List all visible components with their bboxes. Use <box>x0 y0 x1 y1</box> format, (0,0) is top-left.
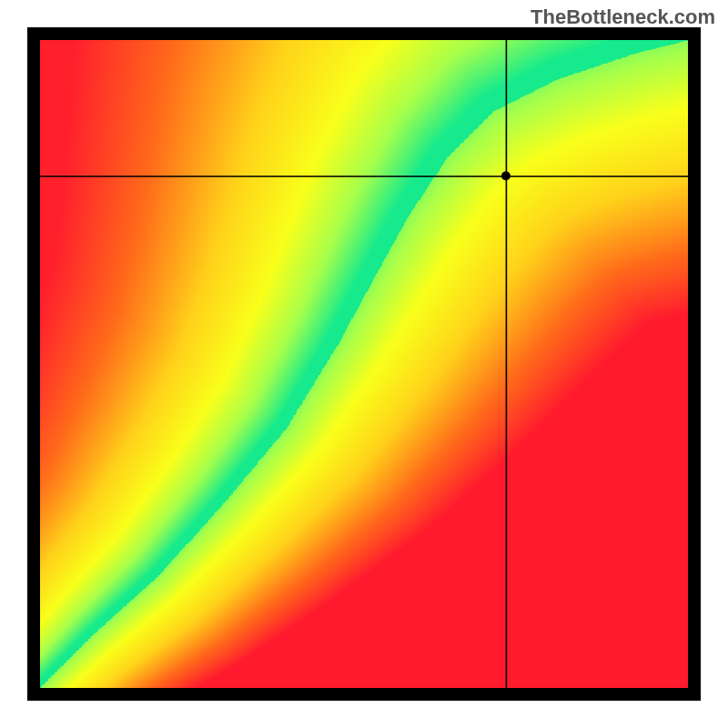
plot-frame <box>27 27 701 701</box>
chart-container: TheBottleneck.com <box>0 0 728 728</box>
crosshair-overlay <box>40 40 688 688</box>
watermark-text: TheBottleneck.com <box>531 5 715 29</box>
